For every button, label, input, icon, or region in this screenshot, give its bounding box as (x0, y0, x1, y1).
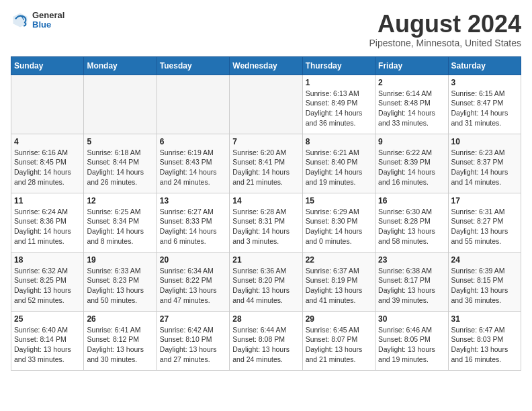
logo-text: General Blue (32, 11, 64, 30)
day-number: 6 (160, 137, 226, 146)
day-info: Sunrise: 6:32 AM Sunset: 8:25 PM Dayligh… (14, 266, 81, 306)
day-number: 18 (14, 255, 81, 265)
calendar-day-cell: 3Sunrise: 6:15 AM Sunset: 8:47 PM Daylig… (448, 75, 521, 134)
day-info: Sunrise: 6:24 AM Sunset: 8:36 PM Dayligh… (14, 207, 81, 246)
day-number: 31 (451, 314, 518, 324)
day-info: Sunrise: 6:23 AM Sunset: 8:37 PM Dayligh… (451, 148, 518, 187)
calendar-header-saturday: Saturday (448, 56, 521, 75)
day-number: 22 (306, 255, 372, 265)
day-number: 3 (451, 78, 518, 87)
calendar-day-cell: 13Sunrise: 6:27 AM Sunset: 8:33 PM Dayli… (157, 193, 229, 252)
day-number: 17 (451, 196, 518, 205)
calendar-day-cell: 19Sunrise: 6:33 AM Sunset: 8:23 PM Dayli… (84, 252, 157, 311)
day-number: 5 (87, 137, 153, 146)
calendar-day-cell (230, 75, 302, 134)
calendar-day-cell: 2Sunrise: 6:14 AM Sunset: 8:48 PM Daylig… (375, 75, 448, 134)
calendar-week-row: 1Sunrise: 6:13 AM Sunset: 8:49 PM Daylig… (11, 75, 521, 134)
day-number: 4 (14, 137, 81, 146)
calendar-day-cell: 18Sunrise: 6:32 AM Sunset: 8:25 PM Dayli… (11, 252, 84, 311)
calendar-week-row: 18Sunrise: 6:32 AM Sunset: 8:25 PM Dayli… (11, 252, 521, 311)
day-info: Sunrise: 6:18 AM Sunset: 8:44 PM Dayligh… (87, 148, 153, 187)
day-number: 16 (378, 196, 445, 205)
day-info: Sunrise: 6:41 AM Sunset: 8:12 PM Dayligh… (87, 325, 153, 365)
day-info: Sunrise: 6:16 AM Sunset: 8:45 PM Dayligh… (14, 148, 81, 187)
day-info: Sunrise: 6:13 AM Sunset: 8:49 PM Dayligh… (306, 89, 372, 128)
day-number: 23 (378, 255, 445, 265)
day-info: Sunrise: 6:45 AM Sunset: 8:07 PM Dayligh… (306, 325, 372, 365)
month-title: August 2024 (369, 11, 521, 38)
day-number: 29 (306, 314, 372, 324)
day-info: Sunrise: 6:37 AM Sunset: 8:19 PM Dayligh… (306, 266, 372, 306)
calendar-day-cell (157, 75, 229, 134)
day-info: Sunrise: 6:25 AM Sunset: 8:34 PM Dayligh… (87, 207, 153, 246)
day-number: 8 (306, 137, 372, 146)
calendar-day-cell: 9Sunrise: 6:22 AM Sunset: 8:39 PM Daylig… (375, 134, 448, 193)
day-info: Sunrise: 6:22 AM Sunset: 8:39 PM Dayligh… (378, 148, 445, 187)
calendar-day-cell: 21Sunrise: 6:36 AM Sunset: 8:20 PM Dayli… (230, 252, 302, 311)
day-info: Sunrise: 6:19 AM Sunset: 8:43 PM Dayligh… (160, 148, 226, 187)
day-number: 20 (160, 255, 226, 265)
calendar-day-cell: 1Sunrise: 6:13 AM Sunset: 8:49 PM Daylig… (302, 75, 375, 134)
calendar-day-cell: 28Sunrise: 6:44 AM Sunset: 8:08 PM Dayli… (230, 311, 302, 370)
calendar-header-sunday: Sunday (11, 56, 84, 75)
title-block: August 2024 Pipestone, Minnesota, United… (369, 11, 521, 48)
calendar-day-cell: 29Sunrise: 6:45 AM Sunset: 8:07 PM Dayli… (302, 311, 375, 370)
day-number: 27 (160, 314, 226, 324)
day-info: Sunrise: 6:38 AM Sunset: 8:17 PM Dayligh… (378, 266, 445, 306)
calendar-day-cell: 6Sunrise: 6:19 AM Sunset: 8:43 PM Daylig… (157, 134, 229, 193)
day-number: 19 (87, 255, 153, 265)
calendar-day-cell: 12Sunrise: 6:25 AM Sunset: 8:34 PM Dayli… (84, 193, 157, 252)
day-number: 7 (232, 137, 299, 146)
calendar-day-cell: 8Sunrise: 6:21 AM Sunset: 8:40 PM Daylig… (302, 134, 375, 193)
calendar-day-cell: 27Sunrise: 6:42 AM Sunset: 8:10 PM Dayli… (157, 311, 229, 370)
logo-general-text: General (32, 11, 64, 20)
logo-icon (11, 11, 30, 30)
calendar-day-cell: 14Sunrise: 6:28 AM Sunset: 8:31 PM Dayli… (230, 193, 302, 252)
calendar-header-friday: Friday (375, 56, 448, 75)
day-number: 12 (87, 196, 153, 205)
calendar-day-cell: 25Sunrise: 6:40 AM Sunset: 8:14 PM Dayli… (11, 311, 84, 370)
logo: General Blue (11, 11, 64, 30)
calendar-day-cell (11, 75, 84, 134)
calendar-day-cell: 10Sunrise: 6:23 AM Sunset: 8:37 PM Dayli… (448, 134, 521, 193)
day-number: 9 (378, 137, 445, 146)
day-number: 14 (232, 196, 299, 205)
logo-blue-text: Blue (32, 20, 64, 30)
day-info: Sunrise: 6:34 AM Sunset: 8:22 PM Dayligh… (160, 266, 226, 306)
day-info: Sunrise: 6:42 AM Sunset: 8:10 PM Dayligh… (160, 325, 226, 365)
day-info: Sunrise: 6:40 AM Sunset: 8:14 PM Dayligh… (14, 325, 81, 365)
day-info: Sunrise: 6:28 AM Sunset: 8:31 PM Dayligh… (232, 207, 299, 246)
calendar-day-cell: 26Sunrise: 6:41 AM Sunset: 8:12 PM Dayli… (84, 311, 157, 370)
calendar-day-cell: 16Sunrise: 6:30 AM Sunset: 8:28 PM Dayli… (375, 193, 448, 252)
day-info: Sunrise: 6:20 AM Sunset: 8:41 PM Dayligh… (232, 148, 299, 187)
calendar-day-cell: 11Sunrise: 6:24 AM Sunset: 8:36 PM Dayli… (11, 193, 84, 252)
day-info: Sunrise: 6:31 AM Sunset: 8:27 PM Dayligh… (451, 207, 518, 246)
day-info: Sunrise: 6:33 AM Sunset: 8:23 PM Dayligh… (87, 266, 153, 306)
day-number: 1 (306, 78, 372, 87)
day-info: Sunrise: 6:39 AM Sunset: 8:15 PM Dayligh… (451, 266, 518, 306)
calendar-day-cell: 24Sunrise: 6:39 AM Sunset: 8:15 PM Dayli… (448, 252, 521, 311)
calendar-day-cell: 4Sunrise: 6:16 AM Sunset: 8:45 PM Daylig… (11, 134, 84, 193)
day-number: 30 (378, 314, 445, 324)
day-info: Sunrise: 6:30 AM Sunset: 8:28 PM Dayligh… (378, 207, 445, 246)
calendar-day-cell: 22Sunrise: 6:37 AM Sunset: 8:19 PM Dayli… (302, 252, 375, 311)
day-info: Sunrise: 6:14 AM Sunset: 8:48 PM Dayligh… (378, 89, 445, 128)
day-number: 25 (14, 314, 81, 324)
calendar-day-cell: 20Sunrise: 6:34 AM Sunset: 8:22 PM Dayli… (157, 252, 229, 311)
day-info: Sunrise: 6:27 AM Sunset: 8:33 PM Dayligh… (160, 207, 226, 246)
calendar-header-tuesday: Tuesday (157, 56, 229, 75)
day-info: Sunrise: 6:44 AM Sunset: 8:08 PM Dayligh… (232, 325, 299, 365)
day-number: 2 (378, 78, 445, 87)
day-number: 26 (87, 314, 153, 324)
calendar-week-row: 25Sunrise: 6:40 AM Sunset: 8:14 PM Dayli… (11, 311, 521, 370)
day-number: 21 (232, 255, 299, 265)
day-info: Sunrise: 6:21 AM Sunset: 8:40 PM Dayligh… (306, 148, 372, 187)
calendar-header-row: SundayMondayTuesdayWednesdayThursdayFrid… (11, 56, 521, 75)
calendar-day-cell: 5Sunrise: 6:18 AM Sunset: 8:44 PM Daylig… (84, 134, 157, 193)
calendar-week-row: 4Sunrise: 6:16 AM Sunset: 8:45 PM Daylig… (11, 134, 521, 193)
calendar-day-cell: 7Sunrise: 6:20 AM Sunset: 8:41 PM Daylig… (230, 134, 302, 193)
calendar-header-thursday: Thursday (302, 56, 375, 75)
day-info: Sunrise: 6:15 AM Sunset: 8:47 PM Dayligh… (451, 89, 518, 128)
calendar-table: SundayMondayTuesdayWednesdayThursdayFrid… (11, 56, 521, 371)
day-info: Sunrise: 6:36 AM Sunset: 8:20 PM Dayligh… (232, 266, 299, 306)
